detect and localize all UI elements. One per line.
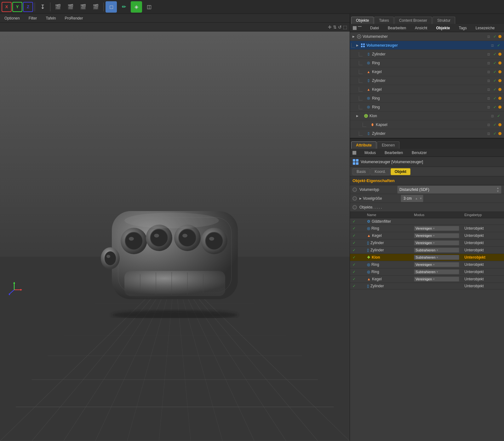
tree-item-zylinder2[interactable]: ▯ Zylinder ◫ ✓ <box>350 76 504 85</box>
tree-item-volumemesher[interactable]: ▶ Volumemesher ◫ ✓ <box>350 32 504 41</box>
mode-select-ring2[interactable]: Vereinigen ▼ <box>414 262 459 267</box>
label-zylinder3: Zylinder <box>372 131 486 136</box>
tree-item-kegel2[interactable]: ▲ Kegel ◫ ✓ <box>350 85 504 94</box>
radio-voxelgroesse[interactable] <box>352 196 357 201</box>
svg-rect-59 <box>361 43 363 45</box>
mode-arrow-ring3: ▼ <box>436 271 438 273</box>
obj-menu-tags[interactable]: Tags <box>457 25 468 31</box>
mode-select-kegel2[interactable]: Vereinigen ▼ <box>414 277 459 282</box>
viewport-icon-cross[interactable]: ✛ <box>328 25 332 30</box>
label-zylinder1: Zylinder <box>372 52 486 56</box>
tree-item-kapsel[interactable]: ⬮ Kapsel ◫ ✓ <box>350 120 504 129</box>
tab-struktur[interactable]: Struktur <box>432 17 455 24</box>
tab-takes[interactable]: Takes <box>374 17 393 24</box>
render-button-4[interactable]: 🎬 <box>90 1 101 13</box>
expand-ring1 <box>363 61 365 65</box>
main-layout: Optionen Filter Tafeln ProRender ✛ ⇅ ↺ ⬚ <box>0 14 504 441</box>
axis-y-button[interactable]: Y <box>12 2 22 12</box>
radio-volumentyp[interactable] <box>352 187 357 192</box>
tree-item-zylinder1[interactable]: ▯ Zylinder ◫ ✓ <box>350 50 504 59</box>
table-row-zylinder3[interactable]: ✓ ▯ Zylinder Unterobjekt <box>350 283 504 289</box>
icons-klon: ◫ ✓ <box>490 114 501 118</box>
voxelgroesse-up[interactable]: ▲ <box>414 195 419 202</box>
radio-objekte[interactable] <box>352 205 357 209</box>
menu-filter[interactable]: Filter <box>27 15 39 21</box>
tab-content-browser[interactable]: Content Browser <box>394 17 432 24</box>
mode-select-klon[interactable]: Subtrahieren ▼ <box>414 255 459 260</box>
sub-tab-objekt[interactable]: Objekt <box>391 168 410 175</box>
axis-x-button[interactable]: X <box>2 2 12 12</box>
tree-item-ring1[interactable]: ◎ Ring ◫ ✓ <box>350 59 504 67</box>
icon-table-ring3: ◎ <box>367 270 370 274</box>
objects-table: Name Modus Eingabetyp ✓ ⚙ <box>350 212 504 289</box>
obj-menu-lesezeiche[interactable]: Lesezeiche <box>474 25 497 31</box>
menu-prorender[interactable]: ProRender <box>63 15 85 21</box>
mode-select-ring1[interactable]: Vereinigen ▼ <box>414 226 459 231</box>
viewport-icon-refresh[interactable]: ↺ <box>338 25 342 30</box>
table-row-kegel2[interactable]: ✓ ▲ Kegel Vereinigen <box>350 276 504 283</box>
move-tool-button[interactable]: ↧ <box>37 1 48 13</box>
label-table-zylinder2: Zylinder <box>370 248 384 252</box>
tab-attribute[interactable]: Attribute <box>351 141 376 149</box>
render-button-2[interactable]: 🎬 <box>65 1 76 13</box>
table-row-ring2[interactable]: ✓ ◎ Ring Vereinigen <box>350 261 504 268</box>
expand-klon[interactable]: ▶ <box>355 114 359 118</box>
icons-ring2: ◫ ✓ <box>486 96 501 100</box>
expand-zylinder1 <box>363 52 365 56</box>
attr-value-volumentyp[interactable]: Distanzfeld (SDF) ▲▼ <box>397 186 501 194</box>
tree-item-klon[interactable]: ▶ Klon ◫ ✓ <box>350 112 504 120</box>
viewport-icon-arrows[interactable]: ⇅ <box>333 25 337 30</box>
attr-menu-bearbeiten[interactable]: Bearbeiten <box>383 150 405 156</box>
sub-tab-basis[interactable]: Basis <box>352 168 370 175</box>
icon-zylinder2: ▯ <box>366 78 371 83</box>
mode-val-ring2: Vereinigen <box>415 263 432 266</box>
obj-menu-bearbeiten[interactable]: Bearbeiten <box>386 25 408 31</box>
table-row-zylinder1[interactable]: ✓ ▯ Zylinder Vereinigen <box>350 239 504 247</box>
table-row-zylinder2[interactable]: ✓ ▯ Zylinder Subtrahieren <box>350 247 504 254</box>
shape-pen-button[interactable]: ✏ <box>118 1 129 13</box>
voxelgroesse-down[interactable]: ▼ <box>419 195 423 202</box>
obj-menu-objekte[interactable]: Objekte <box>434 25 452 31</box>
table-row-ring1[interactable]: ✓ ◎ Ring Vereinigen <box>350 225 504 232</box>
tab-objekte[interactable]: Objekte <box>351 17 374 24</box>
shape-box-button[interactable]: ◈ <box>131 1 142 13</box>
tree-item-ring2[interactable]: ◎ Ring ◫ ✓ <box>350 94 504 103</box>
sub-tab-koord[interactable]: Koord. <box>370 168 390 175</box>
col-eingabetyp: Eingabetyp <box>462 212 504 218</box>
shape-cube-button[interactable]: ◻ <box>106 1 117 13</box>
obj-menu-datei[interactable]: Datei <box>368 25 381 31</box>
expand-volumemesher[interactable]: ▶ <box>351 34 356 39</box>
shape-alt-button[interactable]: ◫ <box>143 1 155 13</box>
render-button-3[interactable]: 🎬 <box>77 1 89 13</box>
tree-item-volumenerzeuger[interactable]: ▶ Volumenerzeuger ◫ ✓ <box>350 41 504 50</box>
menu-tafeln[interactable]: Tafeln <box>44 15 58 21</box>
render-button-1[interactable]: 🎬 <box>52 1 64 13</box>
attr-menu-benutzer[interactable]: Benutzer <box>410 150 429 156</box>
viewport-canvas[interactable] <box>0 32 350 441</box>
mode-select-kegel[interactable]: Vereinigen ▼ <box>414 233 459 238</box>
table-row-glaettenfilter[interactable]: ✓ ⚙ Glättenfilter <box>350 218 504 225</box>
icon-table-ring2: ◎ <box>367 262 370 267</box>
tree-item-kegel1[interactable]: ▲ Kegel ◫ ✓ <box>350 67 504 76</box>
table-row-ring3[interactable]: ✓ ◎ Ring Subtrahieren <box>350 268 504 276</box>
mode-select-zylinder1[interactable]: Vereinigen ▼ <box>414 240 459 245</box>
tree-item-ring3[interactable]: ◎ Ring ◫ ✓ <box>350 103 504 112</box>
table-row-kegel[interactable]: ✓ ▲ Kegel Vereinigen <box>350 232 504 239</box>
axis-z-button[interactable]: Z <box>23 2 33 12</box>
menu-optionen[interactable]: Optionen <box>3 15 22 21</box>
attr-stepper-voxelgroesse[interactable]: 3 cm ▲ ▼ <box>401 195 423 202</box>
modus-table-kegel2: Vereinigen ▼ <box>411 276 462 283</box>
table-row-klon[interactable]: ✓ ❖ Klon Subtrahieren <box>350 254 504 261</box>
mode-select-ring3[interactable]: Subtrahieren ▼ <box>414 269 459 274</box>
attr-menu-modus[interactable]: Modus <box>363 150 378 156</box>
viewport-icon-expand[interactable]: ⬚ <box>343 25 347 30</box>
icons-ring1: ◫ ✓ <box>486 61 501 65</box>
svg-point-28 <box>129 237 134 241</box>
mode-select-zylinder2[interactable]: Subtrahieren ▼ <box>414 248 459 253</box>
modus-table-ring2: Vereinigen ▼ <box>411 261 462 268</box>
tab-ebenen[interactable]: Ebenen <box>377 141 399 149</box>
expand-volumenerzeuger[interactable]: ▶ <box>355 43 359 48</box>
svg-rect-41 <box>124 271 225 296</box>
obj-menu-ansicht[interactable]: Ansicht <box>413 25 429 31</box>
tree-item-zylinder3[interactable]: ▯ Zylinder ◫ ✓ <box>350 129 504 138</box>
